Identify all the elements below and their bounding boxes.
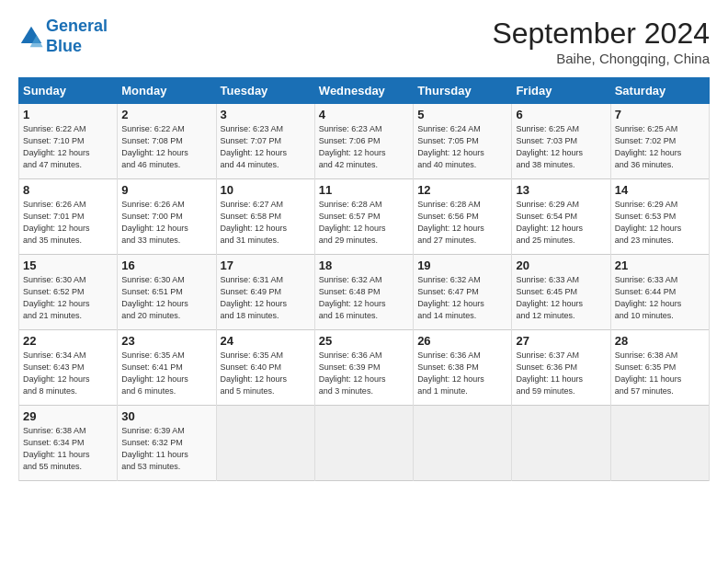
logo-icon [18, 24, 44, 50]
col-monday: Monday [118, 78, 216, 104]
day-info: Sunrise: 6:26 AM Sunset: 7:00 PM Dayligh… [121, 199, 211, 247]
day-number: 28 [615, 334, 705, 348]
day-number: 2 [121, 108, 211, 121]
page: General Blue September 2024 Baihe, Chong… [0, 0, 728, 490]
day-info: Sunrise: 6:28 AM Sunset: 6:56 PM Dayligh… [417, 199, 507, 247]
col-thursday: Thursday [414, 78, 512, 104]
calendar-table: Sunday Monday Tuesday Wednesday Thursday… [18, 77, 710, 481]
day-info: Sunrise: 6:29 AM Sunset: 6:54 PM Dayligh… [516, 199, 606, 247]
day-number: 22 [23, 334, 113, 348]
table-row: 7Sunrise: 6:25 AM Sunset: 7:02 PM Daylig… [610, 104, 709, 179]
table-row: 4Sunrise: 6:23 AM Sunset: 7:06 PM Daylig… [314, 104, 413, 179]
header: General Blue September 2024 Baihe, Chong… [18, 17, 710, 66]
day-info: Sunrise: 6:23 AM Sunset: 7:07 PM Dayligh… [221, 123, 311, 171]
table-row: 5Sunrise: 6:24 AM Sunset: 7:05 PM Daylig… [414, 104, 512, 179]
day-number: 25 [319, 334, 409, 348]
day-number: 10 [221, 183, 311, 197]
table-row: 2Sunrise: 6:22 AM Sunset: 7:08 PM Daylig… [118, 104, 216, 179]
day-info: Sunrise: 6:30 AM Sunset: 6:52 PM Dayligh… [23, 274, 113, 322]
day-number: 23 [121, 334, 211, 348]
week-row-0: 1Sunrise: 6:22 AM Sunset: 7:10 PM Daylig… [19, 104, 710, 179]
day-number: 8 [23, 183, 113, 197]
day-info: Sunrise: 6:22 AM Sunset: 7:08 PM Dayligh… [121, 123, 211, 171]
table-row: 11Sunrise: 6:28 AM Sunset: 6:57 PM Dayli… [314, 179, 413, 255]
table-row: 27Sunrise: 6:37 AM Sunset: 6:36 PM Dayli… [512, 330, 610, 406]
day-number: 5 [417, 108, 507, 121]
table-row: 21Sunrise: 6:33 AM Sunset: 6:44 PM Dayli… [610, 255, 709, 330]
table-row: 29Sunrise: 6:38 AM Sunset: 6:34 PM Dayli… [19, 406, 118, 481]
location: Baihe, Chongqing, China [492, 51, 710, 66]
day-info: Sunrise: 6:33 AM Sunset: 6:45 PM Dayligh… [516, 274, 606, 322]
table-row: 13Sunrise: 6:29 AM Sunset: 6:54 PM Dayli… [512, 179, 610, 255]
table-row: 12Sunrise: 6:28 AM Sunset: 6:56 PM Dayli… [414, 179, 512, 255]
day-number: 20 [516, 259, 606, 272]
day-number: 1 [23, 108, 113, 121]
day-info: Sunrise: 6:28 AM Sunset: 6:57 PM Dayligh… [319, 199, 409, 247]
day-info: Sunrise: 6:22 AM Sunset: 7:10 PM Dayligh… [23, 123, 113, 171]
table-row: 9Sunrise: 6:26 AM Sunset: 7:00 PM Daylig… [118, 179, 216, 255]
day-number: 18 [319, 259, 409, 272]
week-row-1: 8Sunrise: 6:26 AM Sunset: 7:01 PM Daylig… [19, 179, 710, 255]
col-saturday: Saturday [610, 78, 709, 104]
day-info: Sunrise: 6:31 AM Sunset: 6:49 PM Dayligh… [221, 274, 311, 322]
day-number: 7 [615, 108, 705, 121]
month-title: September 2024 [492, 17, 710, 51]
logo-line2: Blue [46, 37, 82, 55]
table-row: 18Sunrise: 6:32 AM Sunset: 6:48 PM Dayli… [314, 255, 413, 330]
table-row: 17Sunrise: 6:31 AM Sunset: 6:49 PM Dayli… [216, 255, 314, 330]
col-tuesday: Tuesday [216, 78, 314, 104]
day-number: 24 [221, 334, 311, 348]
table-row: 19Sunrise: 6:32 AM Sunset: 6:47 PM Dayli… [414, 255, 512, 330]
day-number: 15 [23, 259, 113, 272]
day-number: 11 [319, 183, 409, 197]
table-row: 15Sunrise: 6:30 AM Sunset: 6:52 PM Dayli… [19, 255, 118, 330]
day-info: Sunrise: 6:24 AM Sunset: 7:05 PM Dayligh… [417, 123, 507, 171]
day-number: 17 [221, 259, 311, 272]
week-row-4: 29Sunrise: 6:38 AM Sunset: 6:34 PM Dayli… [19, 406, 710, 481]
table-row [610, 406, 709, 481]
week-row-2: 15Sunrise: 6:30 AM Sunset: 6:52 PM Dayli… [19, 255, 710, 330]
day-info: Sunrise: 6:36 AM Sunset: 6:38 PM Dayligh… [417, 350, 507, 397]
day-info: Sunrise: 6:26 AM Sunset: 7:01 PM Dayligh… [23, 199, 113, 247]
table-row: 8Sunrise: 6:26 AM Sunset: 7:01 PM Daylig… [19, 179, 118, 255]
table-row [414, 406, 512, 481]
table-row: 24Sunrise: 6:35 AM Sunset: 6:40 PM Dayli… [216, 330, 314, 406]
day-number: 19 [417, 259, 507, 272]
day-info: Sunrise: 6:25 AM Sunset: 7:02 PM Dayligh… [615, 123, 705, 171]
table-row: 16Sunrise: 6:30 AM Sunset: 6:51 PM Dayli… [118, 255, 216, 330]
header-row: Sunday Monday Tuesday Wednesday Thursday… [19, 78, 710, 104]
day-number: 26 [417, 334, 507, 348]
col-sunday: Sunday [19, 78, 118, 104]
table-row: 23Sunrise: 6:35 AM Sunset: 6:41 PM Dayli… [118, 330, 216, 406]
table-row [216, 406, 314, 481]
day-info: Sunrise: 6:27 AM Sunset: 6:58 PM Dayligh… [221, 199, 311, 247]
day-number: 9 [121, 183, 211, 197]
table-row: 6Sunrise: 6:25 AM Sunset: 7:03 PM Daylig… [512, 104, 610, 179]
day-info: Sunrise: 6:34 AM Sunset: 6:43 PM Dayligh… [23, 350, 113, 397]
day-info: Sunrise: 6:37 AM Sunset: 6:36 PM Dayligh… [516, 350, 606, 397]
day-info: Sunrise: 6:38 AM Sunset: 6:35 PM Dayligh… [615, 350, 705, 397]
day-info: Sunrise: 6:35 AM Sunset: 6:41 PM Dayligh… [121, 350, 211, 397]
day-info: Sunrise: 6:30 AM Sunset: 6:51 PM Dayligh… [121, 274, 211, 322]
table-row: 3Sunrise: 6:23 AM Sunset: 7:07 PM Daylig… [216, 104, 314, 179]
day-info: Sunrise: 6:35 AM Sunset: 6:40 PM Dayligh… [221, 350, 311, 397]
day-number: 30 [121, 409, 211, 423]
logo-text: General Blue [46, 17, 108, 56]
day-info: Sunrise: 6:36 AM Sunset: 6:39 PM Dayligh… [319, 350, 409, 397]
day-number: 29 [23, 409, 113, 423]
table-row: 26Sunrise: 6:36 AM Sunset: 6:38 PM Dayli… [414, 330, 512, 406]
day-info: Sunrise: 6:32 AM Sunset: 6:47 PM Dayligh… [417, 274, 507, 322]
day-info: Sunrise: 6:32 AM Sunset: 6:48 PM Dayligh… [319, 274, 409, 322]
table-row: 1Sunrise: 6:22 AM Sunset: 7:10 PM Daylig… [19, 104, 118, 179]
day-number: 4 [319, 108, 409, 121]
day-info: Sunrise: 6:25 AM Sunset: 7:03 PM Dayligh… [516, 123, 606, 171]
day-info: Sunrise: 6:29 AM Sunset: 6:53 PM Dayligh… [615, 199, 705, 247]
day-number: 16 [121, 259, 211, 272]
day-number: 14 [615, 183, 705, 197]
day-info: Sunrise: 6:39 AM Sunset: 6:32 PM Dayligh… [121, 425, 211, 473]
day-number: 27 [516, 334, 606, 348]
table-row [512, 406, 610, 481]
col-wednesday: Wednesday [314, 78, 413, 104]
day-info: Sunrise: 6:23 AM Sunset: 7:06 PM Dayligh… [319, 123, 409, 171]
table-row: 25Sunrise: 6:36 AM Sunset: 6:39 PM Dayli… [314, 330, 413, 406]
